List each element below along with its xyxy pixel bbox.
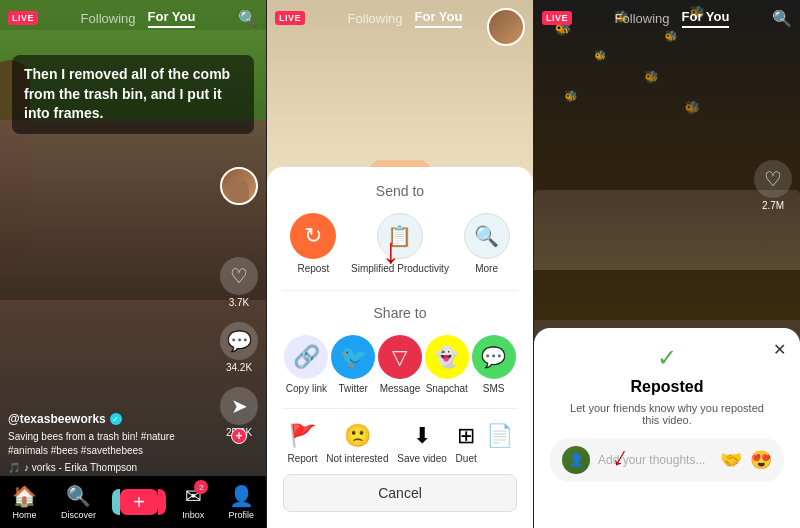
avatar[interactable] [220,167,258,205]
for-you-tab-3[interactable]: For You [682,9,730,28]
share-sheet: Send to ↻ Repost 📋 Simplified Productivi… [267,167,533,528]
for-you-tab-2[interactable]: For You [415,9,463,28]
for-you-tab[interactable]: For You [148,9,196,28]
twitter-icon: 🐦 [331,335,375,379]
extra-option[interactable]: 📄 [486,423,513,464]
following-tab-3[interactable]: Following [615,11,670,26]
user-avatar-small: 👤 [562,446,590,474]
panel-2: ↓ LIVE Following For You 🔍 Send to ↻ [267,0,534,528]
share-bottom-row: 🚩 Report 🙁 Not interested ⬇ Save video ⊞… [283,423,517,464]
red-arrow-1: ↓ [382,230,400,272]
nav-home[interactable]: 🏠 Home [12,484,37,520]
bottom-navigation: 🏠 Home 🔍 Discover + ✉ 2 Inbox 👤 Profile [0,476,266,528]
nav-discover[interactable]: 🔍 Discover [61,484,96,520]
compass-icon: 🔍 [66,484,91,508]
snapchat-option[interactable]: 👻 Snapchat [425,335,469,394]
panel-1: LIVE Following For You 🔍 Then I removed … [0,0,267,528]
verified-badge: ✓ [110,413,122,425]
bee-7: 🐝 [564,90,578,103]
repost-icon: ↻ [290,213,336,259]
username[interactable]: @texasbeeworks [8,412,106,426]
twitter-option[interactable]: 🐦 Twitter [331,335,375,394]
copy-link-icon: 🔗 [284,335,328,379]
repost-option[interactable]: ↻ Repost [290,213,336,274]
message-option[interactable]: ▽ Message [378,335,422,394]
comment-icon: 💬 [220,322,258,360]
emoji-button-1[interactable]: 🤝 [720,449,742,471]
right-action-icons: + ♡ 3.7K 💬 34.2K ➤ 25.0K [220,167,258,438]
user-row: @texasbeeworks ✓ [8,412,211,426]
avatar-2-container [487,8,525,46]
reposted-description: Let your friends know why you reposted t… [550,402,784,426]
save-video-option[interactable]: ⬇ Save video [397,423,446,464]
live-badge-3: LIVE [542,11,572,25]
reposted-title: Reposted [550,378,784,396]
live-badge: LIVE [8,11,38,25]
bee-6: 🐝 [644,70,659,84]
bee-5: 🐝 [594,50,606,61]
profile-label: Profile [228,510,254,520]
close-button[interactable]: ✕ [773,340,786,359]
music-note-icon: 🎵 [8,462,20,473]
bottom-info-area: @texasbeeworks ✓ Saving bees from a tras… [8,412,211,473]
music-info: 🎵 ♪ vorks - Erika Thompson [8,462,211,473]
not-interested-label: Not interested [326,453,388,464]
send-to-row: ↻ Repost 📋 Simplified Productivity 🔍 Mor… [283,213,517,274]
snapchat-label: Snapchat [426,383,468,394]
sms-option[interactable]: 💬 SMS [472,335,516,394]
copy-link-label: Copy link [286,383,327,394]
more-label: More [475,263,498,274]
following-tab[interactable]: Following [81,11,136,26]
more-icon: 🔍 [464,213,510,259]
panel-3: 🐝 🐝 🐝 🐝 🐝 🐝 🐝 🐝 LIVE Following For You 🔍 [534,0,800,528]
cancel-button[interactable]: Cancel [283,474,517,512]
not-interested-option[interactable]: 🙁 Not interested [326,423,388,464]
divider-2 [283,408,517,409]
search-icon-3[interactable]: 🔍 [772,9,792,28]
music-text: ♪ vorks - Erika Thompson [24,462,137,473]
share-to-row: 🔗 Copy link 🐦 Twitter ▽ Message [283,335,517,394]
inbox-badge: 2 [194,480,208,494]
top-nav-center-3: Following For You [615,9,730,28]
like-count-3: 2.7M [762,200,784,211]
more-option[interactable]: 🔍 More [464,213,510,274]
message-icon: ▽ [378,335,422,379]
twitter-label: Twitter [338,383,367,394]
thoughts-input-area: 👤 Add your thoughts... 🤝 😍 [550,438,784,482]
nav-inbox[interactable]: ✉ 2 Inbox [182,484,204,520]
video-description: Saving bees from a trash bin! #nature #a… [8,430,211,458]
save-video-label: Save video [397,453,446,464]
create-button[interactable]: + [120,489,158,515]
send-to-label: Send to [283,183,517,199]
emoji-button-2[interactable]: 😍 [750,449,772,471]
nav-profile[interactable]: 👤 Profile [228,484,254,520]
top-nav-center: Following For You [81,9,196,28]
comment-button[interactable]: 💬 34.2K [220,322,258,373]
reposted-sheet: ✕ ✓ Reposted Let your friends know why y… [534,328,800,528]
live-badge-2: LIVE [275,11,305,25]
report-option[interactable]: 🚩 Report [287,423,317,464]
search-icon[interactable]: 🔍 [238,9,258,28]
following-tab-2[interactable]: Following [348,11,403,26]
cancel-container: Cancel [283,474,517,512]
duet-option[interactable]: ⊞ Duet [456,423,477,464]
like-button[interactable]: ♡ 3.7K [220,257,258,308]
like-count: 3.7K [229,297,250,308]
message-label: Message [380,383,421,394]
avatar-container: + [220,167,258,205]
check-icon: ✓ [550,344,784,372]
share-icon: ➤ [220,387,258,425]
caption-text: Then I removed all of the comb from the … [24,66,230,121]
copy-link-option[interactable]: 🔗 Copy link [284,335,328,394]
avatar-2[interactable] [487,8,525,46]
follow-plus-button[interactable]: + [231,428,247,444]
share-to-label: Share to [283,305,517,321]
profile-icon: 👤 [229,484,254,508]
nav-create[interactable]: + [120,489,158,515]
heart-icon: ♡ [220,257,258,295]
top-navigation-bar: LIVE Following For You 🔍 [0,0,266,36]
snapchat-icon: 👻 [425,335,469,379]
discover-label: Discover [61,510,96,520]
panel3-like-count: ♡ 2.7M [754,160,792,211]
like-button-3[interactable]: ♡ 2.7M [754,160,792,211]
